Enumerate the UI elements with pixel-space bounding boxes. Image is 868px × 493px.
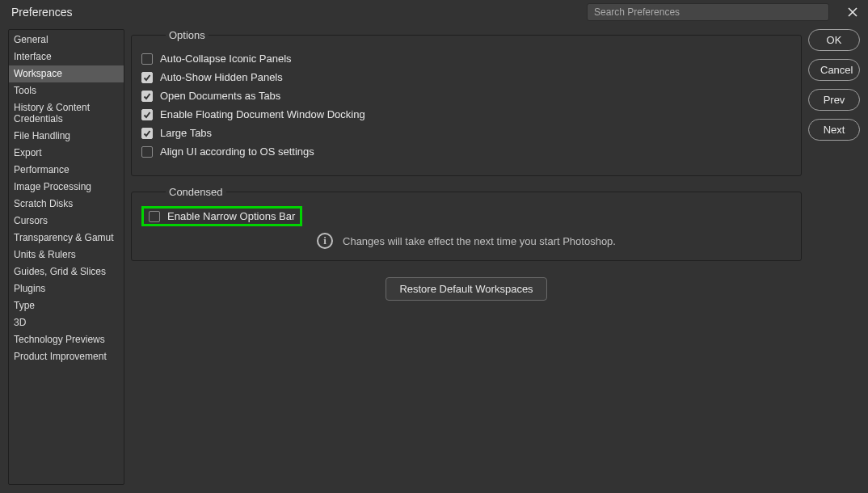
sidebar-item-product-improvement[interactable]: Product Improvement [9, 348, 124, 365]
ok-button[interactable]: OK [808, 29, 860, 51]
checkbox-box [141, 146, 153, 158]
checkbox-box [141, 109, 153, 120]
check-icon [143, 111, 151, 119]
checkbox-box [141, 53, 153, 65]
sidebar: GeneralInterfaceWorkspaceToolsHistory & … [8, 29, 124, 485]
check-icon [143, 74, 151, 82]
window-title: Preferences [11, 6, 72, 19]
cancel-button[interactable]: Cancel [808, 59, 860, 81]
search-input[interactable] [587, 3, 829, 21]
sidebar-item-general[interactable]: General [9, 32, 124, 48]
info-row: i Changes will take effect the next time… [141, 233, 791, 249]
checkbox-label: Auto-Show Hidden Panels [160, 71, 283, 83]
info-text: Changes will take effect the next time y… [343, 235, 616, 247]
sidebar-item-technology-previews[interactable]: Technology Previews [9, 331, 124, 348]
sidebar-item-export[interactable]: Export [9, 145, 124, 162]
sidebar-item-workspace[interactable]: Workspace [9, 65, 124, 82]
checkbox-box [149, 211, 160, 222]
close-button[interactable] [844, 3, 862, 21]
option-checkbox-auto-show-hidden-panels[interactable]: Auto-Show Hidden Panels [141, 71, 791, 83]
checkbox-label: Enable Floating Document Window Docking [160, 108, 365, 120]
sidebar-item-guides-grid-slices[interactable]: Guides, Grid & Slices [9, 263, 124, 280]
option-checkbox-large-tabs[interactable]: Large Tabs [141, 127, 791, 139]
condensed-legend: Condensed [166, 186, 226, 198]
info-icon: i [317, 233, 333, 249]
prev-button[interactable]: Prev [808, 89, 860, 111]
highlighted-option: Enable Narrow Options Bar [141, 206, 302, 226]
next-button[interactable]: Next [808, 119, 860, 141]
close-icon [847, 6, 858, 18]
sidebar-item-cursors[interactable]: Cursors [9, 213, 124, 230]
sidebar-item-history-content-credentials[interactable]: History & Content Credentials [9, 99, 124, 128]
checkbox-label: Open Documents as Tabs [160, 90, 280, 102]
condensed-group: Condensed Enable Narrow Options Bar i Ch… [131, 186, 802, 261]
sidebar-item-image-processing[interactable]: Image Processing [9, 179, 124, 196]
checkbox-box [141, 91, 153, 102]
sidebar-item-file-handling[interactable]: File Handling [9, 128, 124, 145]
option-checkbox-open-documents-as-tabs[interactable]: Open Documents as Tabs [141, 90, 791, 102]
option-checkbox-align-ui-according-to-os-settings[interactable]: Align UI according to OS settings [141, 145, 791, 158]
sidebar-item-tools[interactable]: Tools [9, 82, 124, 99]
main-panel: Options Auto-Collapse Iconic PanelsAuto-… [131, 29, 802, 485]
checkbox-box [141, 128, 153, 139]
options-legend: Options [166, 29, 209, 41]
titlebar: Preferences [0, 0, 868, 24]
sidebar-item-scratch-disks[interactable]: Scratch Disks [9, 196, 124, 213]
checkbox-label: Enable Narrow Options Bar [167, 210, 295, 222]
sidebar-item-interface[interactable]: Interface [9, 48, 124, 65]
option-checkbox-auto-collapse-iconic-panels[interactable]: Auto-Collapse Iconic Panels [141, 53, 791, 65]
sidebar-item-3d[interactable]: 3D [9, 314, 124, 331]
dialog-buttons: OK Cancel Prev Next [808, 29, 860, 485]
restore-default-workspaces-button[interactable]: Restore Default Workspaces [386, 277, 546, 301]
checkbox-label: Auto-Collapse Iconic Panels [160, 53, 292, 65]
sidebar-item-performance[interactable]: Performance [9, 162, 124, 179]
enable-narrow-options-bar-checkbox[interactable]: Enable Narrow Options Bar [149, 210, 295, 222]
check-icon [143, 129, 151, 137]
option-checkbox-enable-floating-document-window-docking[interactable]: Enable Floating Document Window Docking [141, 108, 791, 120]
checkbox-box [141, 72, 153, 83]
sidebar-item-plugins[interactable]: Plugins [9, 280, 124, 297]
sidebar-item-units-rulers[interactable]: Units & Rulers [9, 247, 124, 263]
options-group: Options Auto-Collapse Iconic PanelsAuto-… [131, 29, 802, 176]
sidebar-item-type[interactable]: Type [9, 297, 124, 314]
checkbox-label: Large Tabs [160, 127, 212, 139]
sidebar-item-transparency-gamut[interactable]: Transparency & Gamut [9, 230, 124, 247]
checkbox-label: Align UI according to OS settings [160, 145, 314, 158]
check-icon [143, 92, 151, 100]
